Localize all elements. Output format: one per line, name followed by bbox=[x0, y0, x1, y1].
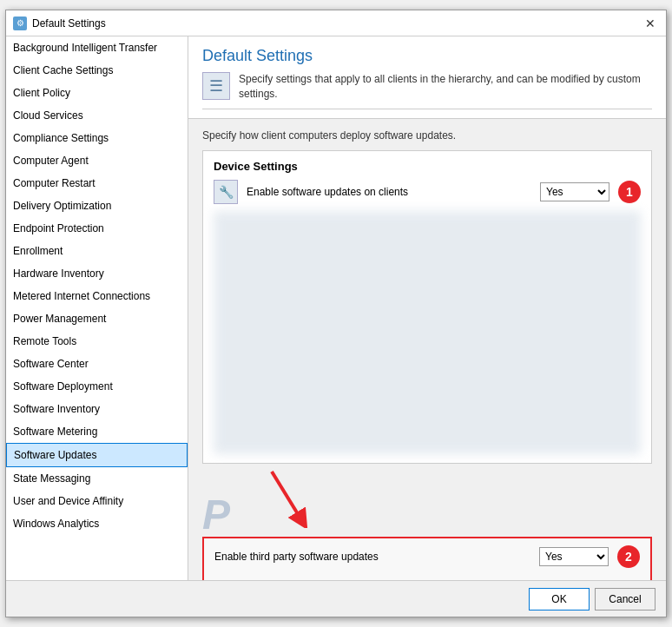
third-party-software-box: Enable third party software updates Yes … bbox=[202, 537, 652, 580]
page-title: Default Settings bbox=[202, 47, 652, 65]
settings-icon: ☰ bbox=[209, 76, 223, 96]
sidebar-item-software-deployment[interactable]: Software Deployment bbox=[6, 375, 188, 398]
cancel-button[interactable]: Cancel bbox=[595, 588, 656, 610]
sidebar-item-software-metering[interactable]: Software Metering bbox=[6, 420, 188, 443]
device-settings-title: Device Settings bbox=[214, 160, 641, 173]
enable-third-party-label: Enable third party software updates bbox=[214, 551, 530, 563]
sidebar-item-computer-agent[interactable]: Computer Agent bbox=[6, 149, 188, 172]
sidebar-item-software-inventory[interactable]: Software Inventory bbox=[6, 398, 188, 420]
ok-button[interactable]: OK bbox=[529, 588, 590, 610]
dialog-window: ⚙ Default Settings ✕ Background Intellig… bbox=[5, 10, 667, 617]
sidebar-item-background-intelligent-transfer[interactable]: Background Intelligent Transfer bbox=[6, 36, 188, 59]
sidebar-item-remote-tools[interactable]: Remote Tools bbox=[6, 330, 188, 353]
header-description: Specify settings that apply to all clien… bbox=[239, 72, 652, 102]
sidebar-item-power-management[interactable]: Power Management bbox=[6, 307, 188, 330]
title-bar-left: ⚙ Default Settings bbox=[13, 16, 106, 30]
red-arrow-icon bbox=[254, 467, 315, 528]
arrow-section bbox=[202, 464, 652, 528]
blurred-content-area bbox=[214, 211, 641, 454]
main-scroll-area: Specify how client computers deploy soft… bbox=[188, 119, 666, 580]
main-header: Default Settings ☰ Specify settings that… bbox=[188, 36, 666, 119]
enable-third-party-select[interactable]: Yes No bbox=[539, 547, 609, 566]
sidebar-item-client-cache-settings[interactable]: Client Cache Settings bbox=[6, 59, 188, 82]
badge-1: 1 bbox=[618, 181, 641, 203]
dialog-footer: OK Cancel bbox=[6, 580, 666, 617]
main-wrapper: Default Settings ☰ Specify settings that… bbox=[188, 36, 666, 580]
sidebar: Background Intelligent Transfer Client C… bbox=[6, 36, 188, 580]
section-intro: Specify how client computers deploy soft… bbox=[202, 129, 652, 142]
device-settings-box: Device Settings 🔧 Enable software update… bbox=[202, 150, 652, 464]
sidebar-item-computer-restart[interactable]: Computer Restart bbox=[6, 172, 188, 195]
header-desc-row: ☰ Specify settings that apply to all cli… bbox=[202, 72, 652, 102]
enable-software-updates-label: Enable software updates on clients bbox=[247, 186, 531, 198]
sidebar-item-compliance-settings[interactable]: Compliance Settings bbox=[6, 127, 188, 149]
sidebar-item-client-policy[interactable]: Client Policy bbox=[6, 82, 188, 104]
title-bar-title: Default Settings bbox=[32, 17, 106, 30]
update-icon-glyph: 🔧 bbox=[219, 185, 234, 199]
sidebar-item-delivery-optimization[interactable]: Delivery Optimization bbox=[6, 195, 188, 217]
sidebar-item-user-device-affinity[interactable]: User and Device Affinity bbox=[6, 490, 188, 512]
badge-2: 2 bbox=[617, 545, 640, 568]
sidebar-item-enrollment[interactable]: Enrollment bbox=[6, 240, 188, 262]
dialog-icon: ⚙ bbox=[13, 16, 27, 30]
title-bar: ⚙ Default Settings ✕ bbox=[6, 10, 666, 36]
sidebar-item-software-updates[interactable]: Software Updates bbox=[6, 443, 188, 467]
header-icon: ☰ bbox=[202, 72, 230, 100]
sidebar-item-metered-internet-connections[interactable]: Metered Internet Connections bbox=[6, 285, 188, 307]
main-content: Default Settings ☰ Specify settings that… bbox=[188, 36, 666, 580]
software-update-icon: 🔧 bbox=[214, 180, 238, 204]
dialog-body: Background Intelligent Transfer Client C… bbox=[6, 36, 666, 580]
svg-line-1 bbox=[272, 472, 302, 521]
sidebar-item-windows-analytics[interactable]: Windows Analytics bbox=[6, 512, 188, 535]
enable-software-updates-row: 🔧 Enable software updates on clients Yes… bbox=[214, 180, 641, 204]
sidebar-item-software-center[interactable]: Software Center bbox=[6, 353, 188, 375]
sidebar-item-endpoint-protection[interactable]: Endpoint Protection bbox=[6, 217, 188, 240]
close-button[interactable]: ✕ bbox=[642, 15, 659, 32]
enable-third-party-row: Enable third party software updates Yes … bbox=[214, 545, 640, 568]
sidebar-item-hardware-inventory[interactable]: Hardware Inventory bbox=[6, 262, 188, 285]
sidebar-item-state-messaging[interactable]: State Messaging bbox=[6, 467, 188, 490]
enable-software-updates-select[interactable]: Yes No bbox=[540, 182, 609, 201]
sidebar-item-cloud-services[interactable]: Cloud Services bbox=[6, 104, 188, 127]
